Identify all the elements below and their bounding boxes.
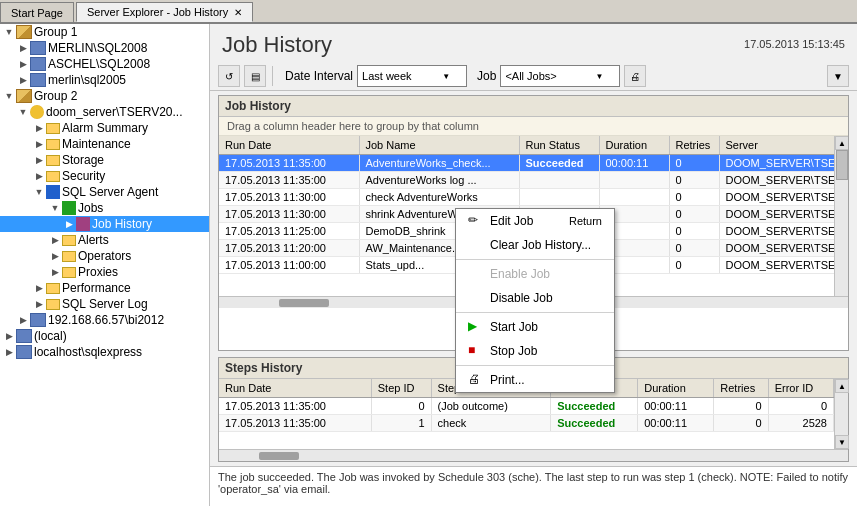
expand-icon[interactable]: ▶ xyxy=(32,299,46,309)
expand-icon[interactable]: ▶ xyxy=(16,43,30,53)
sidebar-item-operators[interactable]: ▶ Operators xyxy=(0,248,209,264)
sidebar-item-label: Performance xyxy=(62,281,131,295)
cell-run-status xyxy=(519,172,599,189)
job-dropdown[interactable]: <All Jobs> ▼ xyxy=(500,65,620,87)
options-button[interactable]: ▼ xyxy=(827,65,849,87)
col-retries[interactable]: Retries xyxy=(669,136,719,155)
cell-retries: 0 xyxy=(714,415,768,432)
job-label: Job xyxy=(477,69,496,83)
ctx-edit-job[interactable]: ✏ Edit Job Return xyxy=(456,209,614,233)
expand-icon[interactable]: ▶ xyxy=(32,155,46,165)
sidebar-item-ip-server[interactable]: ▶ 192.168.66.57\bi2012 xyxy=(0,312,209,328)
date-interval-value: Last week xyxy=(362,70,412,82)
col-run-date[interactable]: Run Date xyxy=(219,136,359,155)
tab-job-history[interactable]: Server Explorer - Job History ✕ xyxy=(76,2,253,22)
tab-start-page[interactable]: Start Page xyxy=(0,2,74,22)
expand-icon[interactable]: ▶ xyxy=(16,59,30,69)
cell-run-status: Succeeded xyxy=(551,415,638,432)
ctx-stop-job[interactable]: ■ Stop Job xyxy=(456,339,614,363)
sidebar-item-localhost[interactable]: ▶ localhost\sqlexpress xyxy=(0,344,209,360)
vertical-scrollbar[interactable]: ▲ ▼ xyxy=(834,136,848,296)
hscroll-thumb[interactable] xyxy=(259,452,299,460)
refresh-button[interactable]: ↺ xyxy=(218,65,240,87)
sidebar-item-merlin-sql2005[interactable]: ▶ merlin\sql2005 xyxy=(0,72,209,88)
scroll-up-button[interactable]: ▲ xyxy=(835,379,849,393)
expand-icon[interactable]: ▼ xyxy=(16,107,30,117)
ctx-enable-job[interactable]: Enable Job xyxy=(456,262,614,286)
col-server[interactable]: Server xyxy=(719,136,834,155)
main-layout: ▼ Group 1 ▶ MERLIN\SQL2008 ▶ ASCHEL\SQL2… xyxy=(0,24,857,506)
ctx-print[interactable]: 🖨 Print... xyxy=(456,368,614,392)
col-job-name[interactable]: Job Name xyxy=(359,136,519,155)
expand-icon[interactable]: ▼ xyxy=(32,187,46,197)
table-row[interactable]: 17.05.2013 11:35:00 AdventureWorks log .… xyxy=(219,172,834,189)
expand-icon[interactable]: ▶ xyxy=(32,139,46,149)
cell-server: DOOM_SERVER\TSE... xyxy=(719,257,834,274)
hscroll-thumb[interactable] xyxy=(279,299,329,307)
cell-server: DOOM_SERVER\TSE... xyxy=(719,240,834,257)
sidebar-item-alarm-summary[interactable]: ▶ Alarm Summary xyxy=(0,120,209,136)
expand-icon[interactable]: ▶ xyxy=(62,219,76,229)
ctx-start-job[interactable]: ▶ Start Job xyxy=(456,315,614,339)
sidebar-item-aschel-sql2008[interactable]: ▶ ASCHEL\SQL2008 xyxy=(0,56,209,72)
expand-icon[interactable]: ▶ xyxy=(32,123,46,133)
table-row[interactable]: 17.05.2013 11:35:00 0 (Job outcome) Succ… xyxy=(219,398,834,415)
sidebar-item-security[interactable]: ▶ Security xyxy=(0,168,209,184)
table-row[interactable]: 17.05.2013 11:30:00 check AdventureWorks… xyxy=(219,189,834,206)
col-duration[interactable]: Duration xyxy=(638,379,714,398)
col-run-status[interactable]: Run Status xyxy=(519,136,599,155)
table-row[interactable]: 17.05.2013 11:35:00 1 check Succeeded 00… xyxy=(219,415,834,432)
expand-icon[interactable]: ▶ xyxy=(48,251,62,261)
expand-icon[interactable]: ▶ xyxy=(16,315,30,325)
expand-icon[interactable]: ▶ xyxy=(32,171,46,181)
date-interval-dropdown[interactable]: Last week ▼ xyxy=(357,65,467,87)
folder-icon xyxy=(46,139,60,150)
expand-icon[interactable]: ▼ xyxy=(2,27,16,37)
sidebar-item-doom-server[interactable]: ▼ doom_server\TSERV20... xyxy=(0,104,209,120)
steps-horizontal-scrollbar[interactable] xyxy=(219,449,848,461)
steps-vertical-scrollbar[interactable]: ▲ ▼ xyxy=(834,379,848,449)
expand-icon[interactable]: ▶ xyxy=(48,235,62,245)
sidebar-item-merlin-sql2008[interactable]: ▶ MERLIN\SQL2008 xyxy=(0,40,209,56)
sidebar-item-local[interactable]: ▶ (local) xyxy=(0,328,209,344)
col-run-date[interactable]: Run Date xyxy=(219,379,371,398)
ctx-disable-job[interactable]: Disable Job xyxy=(456,286,614,310)
sidebar-item-sql-server-agent[interactable]: ▼ SQL Server Agent xyxy=(0,184,209,200)
scroll-down-button[interactable]: ▼ xyxy=(835,435,849,449)
cell-run-date: 17.05.2013 11:30:00 xyxy=(219,206,359,223)
col-retries[interactable]: Retries xyxy=(714,379,768,398)
expand-icon[interactable]: ▶ xyxy=(2,331,16,341)
filter-button[interactable]: ▤ xyxy=(244,65,266,87)
cell-retries: 0 xyxy=(669,155,719,172)
sidebar-item-maintenance[interactable]: ▶ Maintenance xyxy=(0,136,209,152)
ctx-clear-job-history[interactable]: Clear Job History... xyxy=(456,233,614,257)
col-step-id[interactable]: Step ID xyxy=(371,379,431,398)
tab-bar: Start Page Server Explorer - Job History… xyxy=(0,0,857,24)
datetime: 17.05.2013 15:13:45 xyxy=(744,38,845,50)
expand-icon[interactable]: ▶ xyxy=(16,75,30,85)
sidebar-item-performance[interactable]: ▶ Performance xyxy=(0,280,209,296)
expand-icon[interactable]: ▶ xyxy=(48,267,62,277)
scroll-thumb[interactable] xyxy=(836,150,848,180)
col-duration[interactable]: Duration xyxy=(599,136,669,155)
col-error-id[interactable]: Error ID xyxy=(768,379,833,398)
sidebar-item-sql-server-log[interactable]: ▶ SQL Server Log xyxy=(0,296,209,312)
expand-icon[interactable]: ▶ xyxy=(2,347,16,357)
dropdown-arrow-icon: ▼ xyxy=(442,72,450,81)
sidebar-item-group2[interactable]: ▼ Group 2 xyxy=(0,88,209,104)
sidebar-item-proxies[interactable]: ▶ Proxies xyxy=(0,264,209,280)
expand-icon[interactable]: ▼ xyxy=(2,91,16,101)
sidebar-item-alerts[interactable]: ▶ Alerts xyxy=(0,232,209,248)
sidebar-item-jobs[interactable]: ▼ Jobs xyxy=(0,200,209,216)
scroll-up-button[interactable]: ▲ xyxy=(835,136,848,150)
sidebar-item-job-history[interactable]: ▶ Job History xyxy=(0,216,209,232)
sidebar-item-storage[interactable]: ▶ Storage xyxy=(0,152,209,168)
table-row[interactable]: 17.05.2013 11:35:00 AdventureWorks_check… xyxy=(219,155,834,172)
close-icon[interactable]: ✕ xyxy=(234,7,242,18)
expand-icon[interactable]: ▼ xyxy=(48,203,62,213)
cell-run-date: 17.05.2013 11:30:00 xyxy=(219,189,359,206)
print-button[interactable]: 🖨 xyxy=(624,65,646,87)
sidebar-item-group1[interactable]: ▼ Group 1 xyxy=(0,24,209,40)
expand-icon[interactable]: ▶ xyxy=(32,283,46,293)
sidebar-item-label: Operators xyxy=(78,249,131,263)
